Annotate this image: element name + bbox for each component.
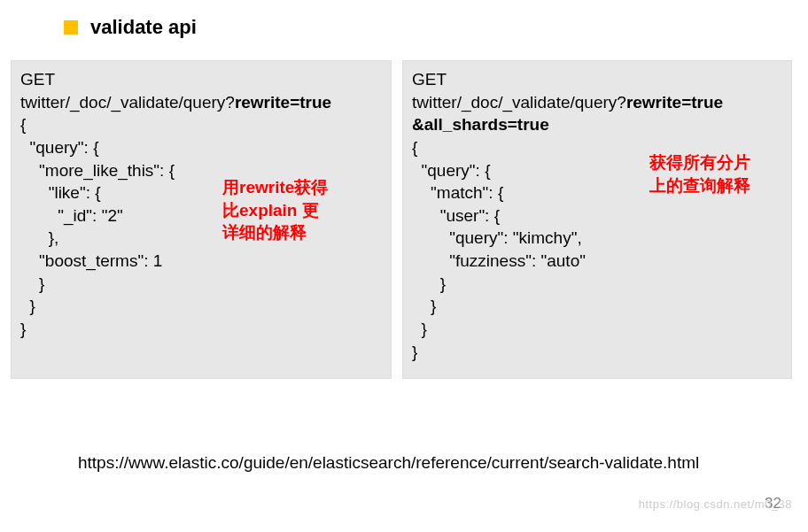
anno-text: 比 xyxy=(222,201,239,220)
code-line: "query": { xyxy=(20,136,382,159)
code-line: } xyxy=(412,273,782,296)
code-line: "user": { xyxy=(412,204,782,227)
code-line: "boost_terms": 1 xyxy=(20,250,382,273)
anno-keyword: rewrite xyxy=(239,178,294,197)
annotation-line: 比explain 更 xyxy=(222,199,382,222)
annotation-rewrite: 用rewrite获得 比explain 更 详细的解释 xyxy=(222,176,382,244)
anno-text: 更 xyxy=(302,201,319,220)
anno-keyword: explain xyxy=(239,201,302,220)
http-param-all-shards: &all_shards=true xyxy=(412,115,549,134)
code-line: } xyxy=(412,318,782,341)
code-line: } xyxy=(20,318,382,341)
http-path-line: twitter/_doc/_validate/query?rewrite=tru… xyxy=(20,91,382,114)
http-path-prefix: twitter/_doc/_validate/query? xyxy=(20,93,235,112)
slide-header: validate api xyxy=(0,0,808,39)
watermark: https://blog.csdn.net/m0_38 xyxy=(639,497,792,511)
http-method: GET xyxy=(20,70,55,89)
code-line: "fuzziness": "auto" xyxy=(412,250,782,273)
http-path-line-2: &all_shards=true xyxy=(412,113,782,136)
annotation-all-shards: 获得所有分片 上的查询解释 xyxy=(649,151,800,197)
code-block-left: GET twitter/_doc/_validate/query?rewrite… xyxy=(11,60,392,379)
bullet-icon xyxy=(64,20,78,35)
http-param-rewrite: rewrite=true xyxy=(235,93,331,112)
code-line: } xyxy=(20,273,382,296)
http-path-line-1: twitter/_doc/_validate/query?rewrite=tru… xyxy=(412,91,782,114)
code-line: } xyxy=(20,295,382,318)
annotation-line: 用rewrite获得 xyxy=(222,176,382,199)
annotation-line: 获得所有分片 xyxy=(649,151,800,174)
annotation-line: 详细的解释 xyxy=(222,221,382,244)
anno-text: 用 xyxy=(222,178,239,197)
http-param-rewrite: rewrite=true xyxy=(626,93,723,112)
code-line: } xyxy=(412,341,782,364)
annotation-line: 上的查询解释 xyxy=(649,174,800,197)
http-method: GET xyxy=(412,70,447,89)
http-path-prefix: twitter/_doc/_validate/query? xyxy=(412,93,626,112)
anno-text: 获得 xyxy=(294,178,328,197)
reference-url: https://www.elastic.co/guide/en/elastics… xyxy=(78,451,751,474)
http-method-line: GET xyxy=(412,68,782,91)
slide-title: validate api xyxy=(90,16,197,39)
content-columns: GET twitter/_doc/_validate/query?rewrite… xyxy=(0,39,808,379)
http-method-line: GET xyxy=(20,68,382,91)
code-line: { xyxy=(20,113,382,136)
code-line: } xyxy=(412,295,782,318)
code-block-right: GET twitter/_doc/_validate/query?rewrite… xyxy=(402,60,792,379)
code-line: "query": "kimchy", xyxy=(412,227,782,250)
